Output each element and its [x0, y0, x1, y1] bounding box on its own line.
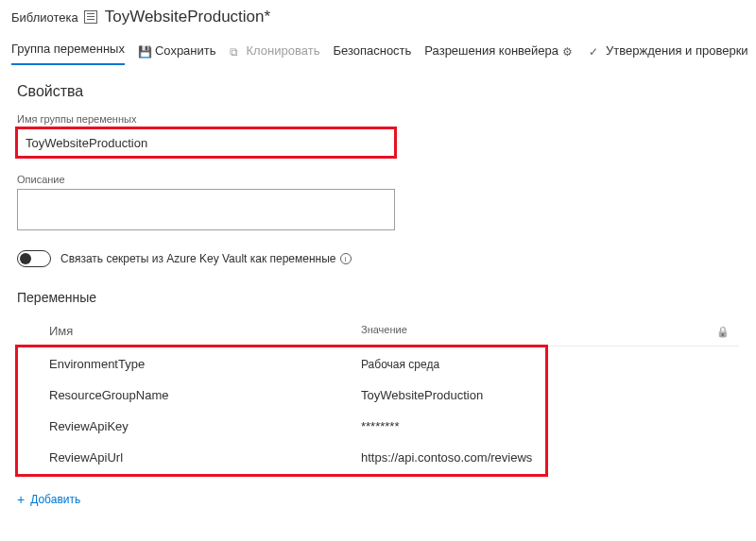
variable-group-icon — [84, 10, 97, 24]
add-label: Добавить — [30, 493, 80, 506]
var-value: Рабочая среда — [361, 358, 546, 371]
table-row[interactable]: EnvironmentType Рабочая среда — [17, 348, 546, 380]
add-variable-button[interactable]: + Добавить — [17, 492, 80, 507]
col-value-header: Значение — [361, 324, 711, 338]
breadcrumb-library[interactable]: Библиотека — [11, 10, 78, 25]
save-button[interactable]: Сохранить — [138, 43, 216, 58]
toolbar: Группа переменных Сохранить Клонировать … — [0, 30, 756, 66]
variables-table: Имя Значение EnvironmentType Рабочая сре… — [17, 318, 739, 475]
pipeline-icon — [562, 44, 576, 58]
var-value: https://api.contoso.com/reviews — [361, 450, 546, 465]
table-row[interactable]: ResourceGroupName ToyWebsiteProduction — [17, 380, 546, 411]
clone-icon — [230, 44, 243, 58]
lock-icon — [716, 324, 730, 338]
plus-icon: + — [17, 492, 25, 507]
approvals-label: Утверждения и проверки — [606, 43, 748, 58]
col-name-header: Имя — [49, 324, 361, 338]
variables-body: EnvironmentType Рабочая среда ResourceGr… — [17, 347, 546, 475]
var-name: ResourceGroupName — [49, 388, 361, 402]
name-field-block: Имя группы переменных — [17, 113, 739, 157]
keyvault-toggle-label: Связать секреты из Azure Key Vault как п… — [60, 252, 352, 265]
table-row[interactable]: ReviewApiKey ******** — [17, 411, 546, 442]
group-name-input[interactable] — [17, 128, 395, 157]
properties-heading: Свойства — [17, 83, 739, 100]
table-row[interactable]: ReviewApiUrl https://api.contoso.com/rev… — [17, 442, 546, 473]
description-field-block: Описание — [17, 174, 739, 233]
description-input[interactable] — [17, 189, 395, 230]
keyvault-toggle-row: Связать секреты из Azure Key Vault как п… — [17, 250, 739, 267]
var-name: EnvironmentType — [49, 357, 361, 371]
var-name: ReviewApiUrl — [49, 450, 361, 465]
tab-variable-group[interactable]: Группа переменных — [11, 36, 125, 65]
description-label: Описание — [17, 174, 739, 185]
clone-label: Клонировать — [247, 43, 320, 58]
variables-heading: Переменные — [17, 290, 739, 305]
var-value: ToyWebsiteProduction — [361, 388, 546, 402]
breadcrumb: Библиотека ToyWebsiteProduction* — [0, 0, 756, 30]
check-icon — [589, 44, 602, 58]
save-icon — [138, 44, 151, 58]
var-value: ******** — [361, 419, 546, 433]
keyvault-toggle[interactable] — [17, 250, 51, 267]
save-label: Сохранить — [155, 43, 216, 58]
content: Свойства Имя группы переменных Описание … — [0, 66, 756, 475]
name-label: Имя группы переменных — [17, 113, 739, 125]
variables-header: Имя Значение — [17, 318, 739, 347]
col-lock-header — [711, 324, 739, 338]
clone-button[interactable]: Клонировать — [230, 43, 320, 58]
security-button[interactable]: Безопасность — [333, 43, 411, 58]
info-icon[interactable]: i — [340, 253, 352, 264]
pipeline-permissions-button[interactable]: Разрешения конвейера — [424, 43, 576, 58]
pipeline-permissions-label: Разрешения конвейера — [424, 43, 558, 58]
approvals-checks-button[interactable]: Утверждения и проверки — [589, 43, 748, 58]
page-title: ToyWebsiteProduction* — [105, 8, 270, 26]
var-name: ReviewApiKey — [49, 419, 361, 433]
